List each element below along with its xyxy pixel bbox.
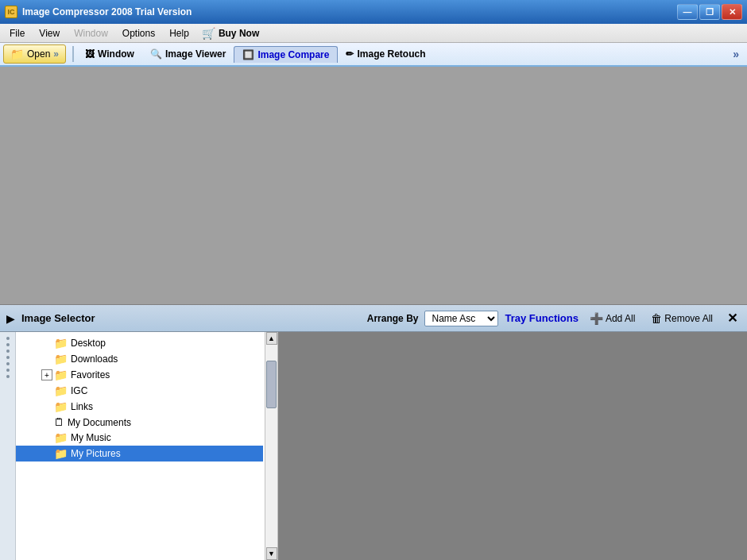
menu-view[interactable]: View <box>33 26 66 41</box>
tree-item-favorites[interactable]: + 📁 Favorites <box>16 367 263 383</box>
expand-icon-favorites[interactable]: + <box>41 369 52 380</box>
menu-window: Window <box>68 26 114 41</box>
file-tree-area: 📁 Desktop 📁 Downloads + 📁 Favorites <box>0 332 747 560</box>
selector-arrow-icon: ▶ <box>6 312 15 325</box>
restore-button[interactable]: ❐ <box>699 4 720 20</box>
window-tab-label: Window <box>98 48 134 60</box>
arrange-by-label: Arrange By <box>367 313 419 324</box>
selector-close-button[interactable]: ✕ <box>724 311 741 326</box>
viewer-tab-icon: 🔍 <box>150 48 162 60</box>
tree-item-my-music[interactable]: 📁 My Music <box>16 430 263 446</box>
menubar: File View Window Options Help 🛒 Buy Now <box>0 24 747 43</box>
open-more: » <box>53 48 59 60</box>
cart-icon: 🛒 <box>202 27 215 40</box>
tree-label-links: Links <box>71 401 93 412</box>
thumbnail-panel <box>278 332 747 560</box>
gutter-dot <box>6 337 10 340</box>
toolbar-more-button[interactable]: » <box>728 46 744 62</box>
scroll-up-button[interactable]: ▲ <box>266 332 277 345</box>
left-gutter <box>0 332 16 560</box>
folder-icon-links: 📁 <box>54 400 68 413</box>
titlebar-left: IC Image Compressor 2008 Trial Version <box>5 6 192 18</box>
remove-all-label: Remove All <box>664 313 713 324</box>
tree-label-favorites: Favorites <box>71 369 110 380</box>
gutter-dot <box>6 369 10 372</box>
minimize-button[interactable]: — <box>677 4 698 20</box>
tree-item-links[interactable]: 📁 Links <box>16 399 263 415</box>
open-label: Open <box>27 48 50 60</box>
retouch-tab-icon: ✏ <box>346 48 354 60</box>
open-button[interactable]: 📁 Open » <box>3 44 66 64</box>
tray-functions-label: Tray Functions <box>505 312 578 324</box>
folder-icon-my-pictures: 📁 <box>54 447 68 460</box>
tab-image-retouch[interactable]: ✏ Image Retouch <box>338 46 433 62</box>
arrange-by-select[interactable]: Name Asc Name Desc Date Asc Date Desc Si… <box>424 311 498 326</box>
compare-tab-label: Image Compare <box>257 49 329 60</box>
tree-label-my-pictures: My Pictures <box>71 448 121 459</box>
close-button[interactable]: ✕ <box>722 4 742 20</box>
remove-all-button[interactable]: 🗑 Remove All <box>646 311 718 326</box>
titlebar-title: Image Compressor 2008 Trial Version <box>22 6 192 17</box>
menu-options[interactable]: Options <box>116 26 161 41</box>
scroll-down-button[interactable]: ▼ <box>266 547 277 560</box>
tree-label-my-music: My Music <box>71 432 111 443</box>
app-icon: IC <box>5 6 17 18</box>
buy-now-button[interactable]: 🛒 Buy Now <box>197 25 264 41</box>
tree-item-my-documents[interactable]: 🗒 My Documents <box>16 415 263 430</box>
tree-item-my-pictures[interactable]: 📁 My Pictures <box>16 446 263 462</box>
tree-label-desktop: Desktop <box>71 338 106 349</box>
gutter-dot <box>6 343 10 346</box>
menu-help[interactable]: Help <box>163 26 195 41</box>
selector-title: Image Selector <box>21 312 95 324</box>
selector-bar: ▶ Image Selector Arrange By Name Asc Nam… <box>0 305 747 332</box>
tab-window[interactable]: 🖼 Window <box>77 46 142 62</box>
folder-icon-igc: 📁 <box>54 384 68 397</box>
tree-item-desktop[interactable]: 📁 Desktop <box>16 335 263 351</box>
tree-scrollbar[interactable]: ▲ ▼ <box>265 332 277 560</box>
scroll-track <box>265 345 277 547</box>
tree-item-downloads[interactable]: 📁 Downloads <box>16 351 263 367</box>
main-content-area <box>0 67 747 305</box>
gutter-dot <box>6 356 10 359</box>
titlebar-buttons: — ❐ ✕ <box>677 4 742 20</box>
tab-image-viewer[interactable]: 🔍 Image Viewer <box>142 46 234 62</box>
tab-image-compare[interactable]: 🔲 Image Compare <box>234 46 338 63</box>
gutter-dot <box>6 375 10 378</box>
scroll-thumb[interactable] <box>266 361 277 408</box>
tree-label-my-documents: My Documents <box>68 417 131 428</box>
bottom-panel: ▶ Image Selector Arrange By Name Asc Nam… <box>0 305 747 560</box>
folder-icon-favorites: 📁 <box>54 369 68 381</box>
window-tab-icon: 🖼 <box>85 48 95 60</box>
folder-icon-desktop: 📁 <box>54 337 68 350</box>
add-all-label: Add All <box>606 313 635 324</box>
add-all-button[interactable]: ➕ Add All <box>585 311 640 326</box>
folder-icon-downloads: 📁 <box>54 353 68 365</box>
tree-content: 📁 Desktop 📁 Downloads + 📁 Favorites <box>16 332 277 465</box>
tree-panel: 📁 Desktop 📁 Downloads + 📁 Favorites <box>16 332 278 560</box>
add-all-icon: ➕ <box>590 312 603 325</box>
remove-all-icon: 🗑 <box>651 312 662 325</box>
tree-label-downloads: Downloads <box>71 353 118 365</box>
folder-icon-my-documents: 🗒 <box>54 416 64 428</box>
menu-file[interactable]: File <box>3 26 31 41</box>
tree-item-igc[interactable]: 📁 IGC <box>16 383 263 399</box>
folder-icon-my-music: 📁 <box>54 431 68 444</box>
retouch-tab-label: Image Retouch <box>357 48 425 60</box>
toolbar-separator <box>72 46 74 62</box>
titlebar: IC Image Compressor 2008 Trial Version —… <box>0 0 747 24</box>
folder-icon: 📁 <box>10 48 24 60</box>
tree-label-igc: IGC <box>71 385 87 396</box>
gutter-dot <box>6 362 10 365</box>
gutter-dot <box>6 350 10 353</box>
compare-tab-icon: 🔲 <box>242 49 254 60</box>
viewer-tab-label: Image Viewer <box>165 48 226 60</box>
toolbar: 📁 Open » 🖼 Window 🔍 Image Viewer 🔲 Image… <box>0 43 747 67</box>
